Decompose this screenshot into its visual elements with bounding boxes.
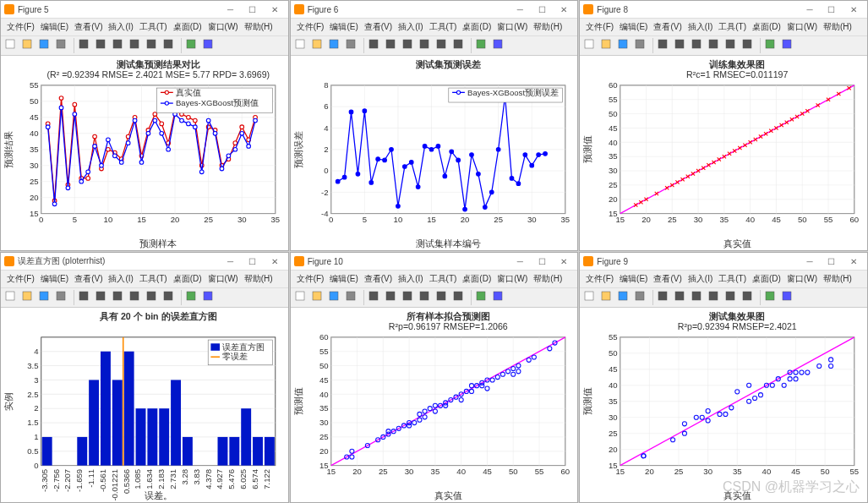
insert-button[interactable] xyxy=(185,290,200,305)
menu-item[interactable]: 工具(T) xyxy=(137,272,170,286)
close-button[interactable]: ✕ xyxy=(843,3,864,15)
menu-item[interactable]: 文件(F) xyxy=(4,20,37,34)
menu-item[interactable]: 编辑(E) xyxy=(617,20,650,34)
data-cursor-button[interactable] xyxy=(145,38,161,53)
zoom-out-button[interactable] xyxy=(674,38,689,53)
zoom-in-button[interactable] xyxy=(368,38,383,53)
menu-item[interactable]: 插入(I) xyxy=(396,272,425,286)
zoom-out-button[interactable] xyxy=(385,290,400,305)
menu-item[interactable]: 查看(V) xyxy=(651,272,684,286)
data-cursor-button[interactable] xyxy=(435,290,450,305)
menu-item[interactable]: 编辑(E) xyxy=(617,272,650,286)
menu-item[interactable]: 帮助(H) xyxy=(821,20,854,34)
menu-item[interactable]: 帮助(H) xyxy=(821,272,854,286)
menu-item[interactable]: 查看(V) xyxy=(362,272,395,286)
print-button[interactable] xyxy=(634,290,649,305)
menu-item[interactable]: 工具(T) xyxy=(137,20,170,34)
insert-button[interactable] xyxy=(764,38,779,53)
menu-item[interactable]: 查看(V) xyxy=(72,20,105,34)
insert-button[interactable] xyxy=(475,290,490,305)
save-button[interactable] xyxy=(328,38,343,53)
rotate-button[interactable] xyxy=(418,38,434,53)
menu-item[interactable]: 窗口(W) xyxy=(205,272,241,286)
close-button[interactable]: ✕ xyxy=(554,255,574,267)
menu-item[interactable]: 桌面(D) xyxy=(460,20,494,34)
menu-item[interactable]: 窗口(W) xyxy=(494,272,530,286)
open-button[interactable] xyxy=(21,38,36,53)
menu-item[interactable]: 工具(T) xyxy=(427,272,460,286)
insert-button[interactable] xyxy=(185,38,200,53)
maximize-button[interactable]: ☐ xyxy=(243,255,263,267)
pan-button[interactable] xyxy=(112,290,127,305)
minimize-button[interactable]: ─ xyxy=(510,255,530,267)
rotate-button[interactable] xyxy=(128,290,144,305)
open-button[interactable] xyxy=(21,290,36,305)
save-button[interactable] xyxy=(38,290,53,305)
pan-button[interactable] xyxy=(401,290,417,305)
data-cursor-button[interactable] xyxy=(724,290,740,305)
maximize-button[interactable]: ☐ xyxy=(532,3,552,15)
menu-item[interactable]: 文件(F) xyxy=(583,272,616,286)
brush-button[interactable] xyxy=(452,290,467,305)
menu-item[interactable]: 帮助(H) xyxy=(242,272,276,286)
insert-button[interactable] xyxy=(475,38,490,53)
zoom-out-button[interactable] xyxy=(674,290,689,305)
print-button[interactable] xyxy=(55,290,70,305)
brush-button[interactable] xyxy=(162,38,177,53)
pan-button[interactable] xyxy=(691,38,706,53)
menu-item[interactable]: 查看(V) xyxy=(362,20,395,34)
menu-item[interactable]: 文件(F) xyxy=(294,272,327,286)
menu-item[interactable]: 插入(I) xyxy=(685,272,715,286)
menu-item[interactable]: 工具(T) xyxy=(716,272,749,286)
brush-button[interactable] xyxy=(741,290,756,305)
menu-item[interactable]: 文件(F) xyxy=(583,20,616,34)
maximize-button[interactable]: ☐ xyxy=(243,3,263,15)
rotate-button[interactable] xyxy=(707,290,723,305)
save-button[interactable] xyxy=(328,290,343,305)
axes-button[interactable] xyxy=(781,290,796,305)
print-button[interactable] xyxy=(634,38,649,53)
minimize-button[interactable]: ─ xyxy=(510,3,530,15)
save-button[interactable] xyxy=(617,38,632,53)
close-button[interactable]: ✕ xyxy=(265,3,285,15)
menu-item[interactable]: 文件(F) xyxy=(4,272,37,286)
menu-item[interactable]: 编辑(E) xyxy=(327,20,360,34)
menu-item[interactable]: 编辑(E) xyxy=(38,20,71,34)
close-button[interactable]: ✕ xyxy=(554,3,574,15)
pan-button[interactable] xyxy=(401,38,417,53)
data-cursor-button[interactable] xyxy=(724,38,740,53)
zoom-in-button[interactable] xyxy=(78,290,93,305)
zoom-out-button[interactable] xyxy=(95,290,110,305)
new-button[interactable] xyxy=(4,38,19,53)
data-cursor-button[interactable] xyxy=(435,38,450,53)
zoom-in-button[interactable] xyxy=(657,290,672,305)
new-button[interactable] xyxy=(4,290,19,305)
brush-button[interactable] xyxy=(741,38,756,53)
open-button[interactable] xyxy=(600,290,615,305)
menu-item[interactable]: 工具(T) xyxy=(427,20,460,34)
print-button[interactable] xyxy=(55,38,70,53)
print-button[interactable] xyxy=(345,290,360,305)
maximize-button[interactable]: ☐ xyxy=(822,3,842,15)
menu-item[interactable]: 编辑(E) xyxy=(327,272,360,286)
menu-item[interactable]: 桌面(D) xyxy=(750,272,783,286)
menu-item[interactable]: 帮助(H) xyxy=(242,20,276,34)
menu-item[interactable]: 工具(T) xyxy=(716,20,749,34)
rotate-button[interactable] xyxy=(418,290,434,305)
open-button[interactable] xyxy=(311,38,326,53)
pan-button[interactable] xyxy=(112,38,127,53)
rotate-button[interactable] xyxy=(707,38,723,53)
save-button[interactable] xyxy=(38,38,53,53)
menu-item[interactable]: 帮助(H) xyxy=(531,272,565,286)
brush-button[interactable] xyxy=(452,38,467,53)
menu-item[interactable]: 窗口(W) xyxy=(784,20,820,34)
menu-item[interactable]: 插入(I) xyxy=(106,20,135,34)
data-cursor-button[interactable] xyxy=(145,290,161,305)
maximize-button[interactable]: ☐ xyxy=(822,255,842,267)
menu-item[interactable]: 插入(I) xyxy=(685,20,715,34)
new-button[interactable] xyxy=(294,290,309,305)
axes-button[interactable] xyxy=(492,290,507,305)
zoom-out-button[interactable] xyxy=(95,38,110,53)
minimize-button[interactable]: ─ xyxy=(221,3,241,15)
close-button[interactable]: ✕ xyxy=(265,255,285,267)
